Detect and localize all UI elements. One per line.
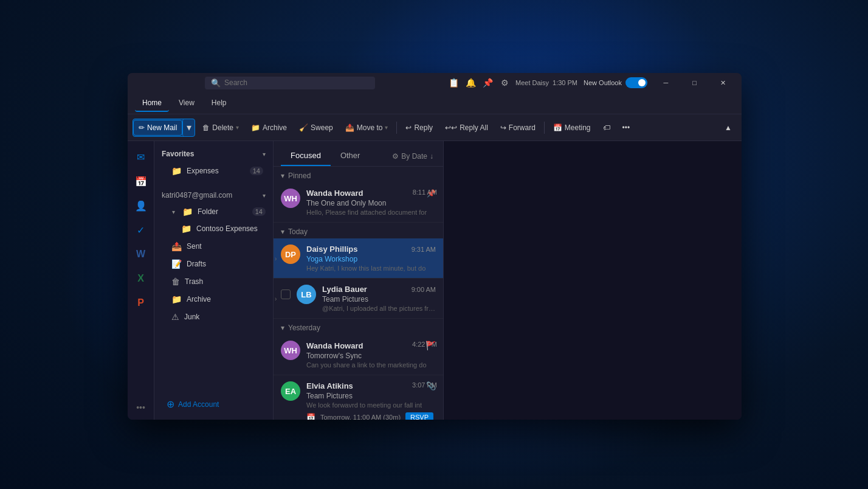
move-to-button[interactable]: 📤 Move to ▾ — [340, 120, 393, 135]
nav-more-icon[interactable]: ••• — [130, 400, 152, 415]
nav-icon-powerpoint[interactable]: P — [130, 292, 152, 314]
search-box[interactable]: 🔍 — [205, 77, 375, 89]
contoso-folder-icon: 📁 — [181, 224, 191, 234]
junk-icon: ⚠ — [171, 312, 179, 322]
trash-label: Trash — [185, 277, 263, 286]
nav-icon-calendar[interactable]: 📅 — [130, 170, 152, 192]
new-mail-dropdown[interactable]: ▾ — [182, 119, 195, 136]
sidebar-item-contoso[interactable]: 📁 Contoso Expenses — [157, 220, 270, 237]
sticker-icon[interactable]: 📋 — [447, 77, 460, 89]
favorites-chevron: ▾ — [263, 151, 266, 158]
more-icon: ••• — [622, 123, 630, 132]
sort-direction-icon: ↓ — [430, 152, 433, 161]
settings-icon[interactable]: ⚙ — [498, 77, 511, 89]
email-scroll: ▾ Pinned WH Wanda Howard 📌 The One and O… — [274, 167, 443, 420]
sidebar-item-sent[interactable]: 📤 Sent — [157, 238, 270, 255]
add-account-icon: ⊕ — [167, 398, 174, 410]
email-subject-wanda-pinned: The One and Only Moon — [306, 199, 436, 207]
archive-button[interactable]: 📁 Archive — [246, 120, 292, 135]
sidebar-item-junk[interactable]: ⚠ Junk — [157, 308, 270, 325]
collapse-button[interactable]: ▲ — [720, 120, 737, 135]
reply-icon: ↩ — [405, 123, 412, 132]
add-account-button[interactable]: ⊕ Add Account — [159, 394, 268, 415]
reply-all-button[interactable]: ↩↩ Reply All — [440, 120, 493, 135]
nav-tab-view[interactable]: View — [171, 95, 202, 112]
collapse-icon: ▲ — [725, 123, 732, 132]
email-tab-focused[interactable]: Focused — [281, 146, 331, 166]
pinned-label: Pinned — [288, 172, 311, 180]
forward-button[interactable]: ↪ Forward — [495, 120, 540, 135]
email-item-wanda-sync[interactable]: WH Wanda Howard 🚩 Tomorrow's Sync Can yo… — [274, 335, 443, 375]
sidebar-item-drafts[interactable]: 📝 Drafts — [157, 255, 270, 272]
maximize-button[interactable]: □ — [681, 73, 708, 92]
pin-icon[interactable]: 📌 — [481, 77, 494, 89]
more-options-button[interactable]: ••• — [618, 120, 635, 135]
today-label: Today — [288, 227, 308, 236]
email-item-wanda-pinned[interactable]: WH Wanda Howard 📌 The One and Only Moon … — [274, 182, 443, 223]
email-list: Focused Other ⚙ By Date ↓ ▾ Pinned WH — [274, 141, 444, 420]
nav-icon-people[interactable]: 👤 — [130, 195, 152, 217]
email-tab-other[interactable]: Other — [331, 146, 370, 166]
delete-button[interactable]: 🗑 Delete ▾ — [198, 120, 244, 135]
minimize-button[interactable]: ─ — [652, 73, 680, 92]
new-outlook-switch[interactable] — [625, 77, 647, 88]
pinned-collapse-icon[interactable]: ▾ — [281, 172, 284, 180]
rsvp-row: 📅 Tomorrow, 11:00 AM (30m) RSVP — [306, 409, 436, 420]
rsvp-calendar-icon: 📅 — [306, 413, 315, 420]
email-subject-elvia: Team Pictures — [306, 392, 436, 400]
sweep-button[interactable]: 🧹 Sweep — [294, 120, 338, 135]
nav-icon-word[interactable]: W — [130, 243, 152, 265]
email-item-lydia[interactable]: › LB Lydia Bauer 9:00 AM Team Pictures @… — [274, 279, 443, 319]
sidebar-item-folder[interactable]: ▾ 📁 Folder 14 — [157, 204, 270, 220]
avatar-lydia: LB — [297, 285, 316, 304]
meet-daisy-label: Meet Daisy — [515, 79, 549, 86]
folder-label: Folder — [198, 207, 247, 216]
favorites-label: Favorites — [162, 150, 194, 158]
nav-tab-home[interactable]: Home — [135, 95, 169, 112]
nav-bar: Home View Help — [128, 92, 742, 114]
avatar-wanda-sync: WH — [281, 341, 300, 360]
email-preview-wanda-sync: Can you share a link to the marketing do — [306, 361, 436, 369]
email-sort[interactable]: ⚙ By Date ↓ — [390, 147, 436, 165]
account-section: katri0487@gmail.com ▾ ▾ 📁 Folder 14 📁 Co… — [154, 185, 273, 328]
new-outlook-toggle: New Outlook — [584, 77, 647, 88]
meet-daisy: Meet Daisy 1:30 PM — [515, 79, 577, 86]
sweep-icon: 🧹 — [299, 123, 308, 132]
yesterday-collapse-icon[interactable]: ▾ — [281, 324, 284, 332]
notification-icon[interactable]: 🔔 — [464, 77, 477, 89]
account-email: katri0487@gmail.com — [162, 191, 232, 199]
email-sender-daisy: Daisy Phillips 9:31 AM — [306, 244, 436, 254]
today-collapse-icon[interactable]: ▾ — [281, 227, 284, 236]
tags-button[interactable]: 🏷 — [598, 120, 615, 135]
drafts-icon: 📝 — [171, 259, 182, 269]
sidebar-item-archive[interactable]: 📁 Archive — [157, 291, 270, 308]
email-checkbox-lydia[interactable] — [281, 290, 291, 299]
sidebar-bottom: ⊕ Add Account — [154, 389, 273, 420]
meeting-button[interactable]: 📅 Meeting — [548, 120, 596, 135]
email-item-elvia[interactable]: EA Elvia Atikins 📎 Team Pictures We look… — [274, 375, 443, 420]
sidebar-item-trash[interactable]: 🗑 Trash — [157, 273, 270, 290]
close-button[interactable]: ✕ — [709, 73, 737, 92]
rsvp-button[interactable]: RSVP — [405, 412, 433, 420]
main-content: ✉ 📅 👤 ✓ W X P ••• Favorites ▾ 📁 Expenses — [128, 141, 742, 420]
account-header[interactable]: katri0487@gmail.com ▾ — [154, 187, 273, 203]
email-preview-wanda-pinned: Hello, Please find attached document for — [306, 209, 436, 216]
app-window: 🔍 📋 🔔 📌 ⚙ Meet Daisy 1:30 PM New Outlook… — [128, 73, 742, 420]
nav-icon-tasks[interactable]: ✓ — [130, 219, 152, 241]
email-item-daisy[interactable]: › DP Daisy Phillips 9:31 AM Yoga Worksho… — [274, 238, 443, 279]
expand-icon-lydia: › — [275, 295, 277, 302]
sidebar-item-expenses[interactable]: 📁 Expenses 14 — [157, 162, 270, 179]
move-icon: 📤 — [345, 123, 354, 132]
rsvp-time: Tomorrow, 11:00 AM (30m) — [320, 414, 401, 420]
reply-button[interactable]: ↩ Reply — [401, 120, 438, 135]
nav-icon-excel[interactable]: X — [130, 268, 152, 290]
nav-icon-mail[interactable]: ✉ — [130, 146, 152, 168]
nav-tab-help[interactable]: Help — [204, 95, 234, 112]
new-mail-button[interactable]: ✏ New Mail — [133, 120, 182, 136]
add-account-label: Add Account — [178, 400, 219, 409]
reply-all-icon: ↩↩ — [445, 123, 457, 132]
title-bar: 🔍 📋 🔔 📌 ⚙ Meet Daisy 1:30 PM New Outlook… — [128, 73, 742, 92]
favorites-header[interactable]: Favorites ▾ — [154, 146, 273, 162]
new-outlook-label: New Outlook — [584, 79, 622, 86]
search-input[interactable] — [224, 78, 369, 87]
